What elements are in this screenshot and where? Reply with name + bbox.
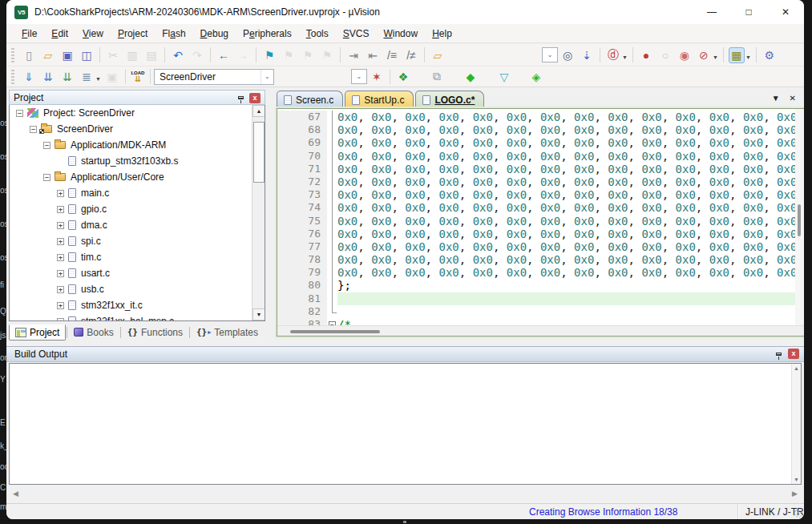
fold-margin[interactable] <box>327 150 337 163</box>
target-select-combobox[interactable]: ScreenDriver⌄ <box>154 69 274 85</box>
scroll-up-icon[interactable]: ▲ <box>794 365 799 371</box>
file-extensions-icon[interactable]: ▽ <box>496 69 512 85</box>
tree-expander[interactable]: + <box>57 238 64 245</box>
tree-expander[interactable]: − <box>43 174 50 181</box>
insert-bookmark-icon[interactable]: ⚑ <box>261 47 277 63</box>
editor-hscrollbar[interactable] <box>277 325 804 336</box>
tree-item[interactable]: −ScreenDriver <box>10 121 265 137</box>
tree-expander[interactable]: + <box>57 206 64 213</box>
build-output-pin-icon[interactable] <box>776 353 782 356</box>
build-output-close-icon[interactable]: x <box>788 349 799 359</box>
fold-margin[interactable] <box>327 188 337 201</box>
incremental-find-icon[interactable]: ⇣ <box>579 47 595 63</box>
tree-item[interactable]: +usb.c <box>10 281 265 297</box>
configure-tools-icon[interactable]: ⚙ <box>762 47 778 63</box>
scroll-left-icon[interactable]: ◀ <box>13 490 18 498</box>
tree-item[interactable]: startup_stm32f103xb.s <box>10 153 265 169</box>
navigate-forward-icon[interactable]: → <box>235 47 251 63</box>
tree-expander[interactable]: + <box>57 270 64 277</box>
tree-expander[interactable]: + <box>57 286 64 293</box>
tree-expander[interactable]: − <box>43 142 50 149</box>
build-output-content[interactable]: ▲ ▼ <box>9 363 802 485</box>
build-output-vscrollbar[interactable]: ▲ ▼ <box>791 364 801 484</box>
fold-margin[interactable] <box>327 123 337 136</box>
project-panel-close-icon[interactable]: x <box>249 93 261 103</box>
menu-item-peripherals[interactable]: Peripherals <box>236 26 299 42</box>
build-icon[interactable]: ⇊ <box>40 69 56 85</box>
tree-item[interactable]: −Project: ScreenDriver <box>10 105 265 121</box>
fold-margin[interactable]: − <box>327 318 337 325</box>
tree-item[interactable]: +usart.c <box>10 265 265 281</box>
redo-icon[interactable]: ↷ <box>189 47 205 63</box>
tree-expander[interactable]: + <box>57 254 64 261</box>
scroll-right-icon[interactable]: ▶ <box>792 490 798 498</box>
tree-item[interactable]: +stm32f1xx_hal_msp.c <box>10 313 265 321</box>
tree-item[interactable]: +stm32f1xx_it.c <box>10 297 265 313</box>
tree-item[interactable]: +dma.c <box>10 217 265 233</box>
dropdown-arrow-icon[interactable]: ▼ <box>713 54 718 60</box>
tree-item[interactable]: +gpio.c <box>10 201 265 217</box>
translate-icon[interactable]: ⇓ <box>21 69 37 85</box>
find-in-files-icon[interactable]: ▱ <box>430 47 446 63</box>
search-term-combobox[interactable]: ⌄ <box>542 47 558 62</box>
project-tree[interactable]: −Project: ScreenDriver−ScreenDriver−Appl… <box>9 105 265 321</box>
find-in-document-icon[interactable]: ◎ <box>560 47 576 63</box>
windows-stack-icon[interactable]: ⧉ <box>429 69 445 85</box>
scroll-up-icon[interactable]: ▲ <box>252 105 265 117</box>
menu-item-tools[interactable]: Tools <box>299 26 336 42</box>
comment-icon[interactable]: /≡ <box>384 47 400 63</box>
toolbar-grip[interactable] <box>11 70 14 84</box>
code-editor[interactable]: 670x0, 0x0, 0x0, 0x0, 0x0, 0x0, 0x0, 0x0… <box>277 108 804 337</box>
fold-margin[interactable] <box>327 292 337 305</box>
menu-item-file[interactable]: File <box>14 26 44 42</box>
editor-hscroll-thumb[interactable] <box>290 330 380 333</box>
menu-item-svcs[interactable]: SVCS <box>336 26 377 42</box>
toggle-breakpoints-icon[interactable]: ◉ <box>677 47 693 63</box>
next-bookmark-icon[interactable]: ⚑ <box>281 47 297 63</box>
tree-item[interactable]: −Application/User/Core <box>10 169 265 185</box>
rebuild-icon[interactable]: ⇊ <box>59 69 75 85</box>
scroll-down-icon[interactable]: ▼ <box>794 477 799 482</box>
tree-expander[interactable]: + <box>57 318 64 322</box>
new-file-icon[interactable]: ▯ <box>21 47 37 63</box>
document-list-icon[interactable]: ▼ <box>772 94 780 103</box>
fold-margin[interactable] <box>327 215 337 228</box>
download-icon[interactable]: LOAD⇊ <box>129 68 147 85</box>
chevron-down-icon[interactable]: ⌄ <box>261 70 273 84</box>
dropdown-arrow-icon[interactable]: ▼ <box>95 76 101 82</box>
dropdown-arrow-icon[interactable]: ▼ <box>745 54 751 60</box>
manage-project-items-icon[interactable]: ◆ <box>463 69 479 85</box>
panel-tab-project[interactable]: Project <box>9 324 66 341</box>
menu-item-debug[interactable]: Debug <box>193 26 236 42</box>
copy-icon[interactable]: ▥ <box>124 47 140 63</box>
save-icon[interactable]: ▣ <box>59 47 75 63</box>
fold-margin[interactable] <box>327 111 337 123</box>
stop-build-icon[interactable]: ▣ <box>104 69 120 85</box>
menu-item-project[interactable]: Project <box>111 26 155 42</box>
save-all-icon[interactable]: ◫ <box>79 47 95 63</box>
previous-bookmark-icon[interactable]: ⚑ <box>300 47 316 63</box>
fold-margin[interactable] <box>327 228 337 240</box>
tree-expander[interactable]: + <box>57 190 64 197</box>
fold-margin[interactable] <box>327 266 337 279</box>
multi-project-icon[interactable]: ◈ <box>528 69 544 85</box>
project-tree-scrollbar[interactable]: ▲ ▼ <box>252 105 265 320</box>
tree-item[interactable]: +main.c <box>10 185 265 201</box>
tree-item[interactable]: +spi.c <box>10 233 265 249</box>
fold-margin[interactable] <box>327 279 337 292</box>
fold-margin[interactable] <box>327 163 337 175</box>
tree-expander[interactable]: + <box>57 222 64 229</box>
scrollbar-thumb[interactable] <box>253 122 265 183</box>
panel-tab-books[interactable]: Books <box>68 325 119 340</box>
target-mini-dropdown[interactable]: ⌄ <box>351 69 367 84</box>
fold-margin[interactable] <box>327 201 337 214</box>
close-document-icon[interactable]: ✕ <box>790 94 796 103</box>
menu-item-help[interactable]: Help <box>425 26 459 42</box>
undo-icon[interactable]: ↶ <box>170 47 186 63</box>
indent-icon[interactable]: ⇥ <box>345 47 362 63</box>
resize-grip[interactable] <box>794 510 802 518</box>
minimize-button[interactable]: — <box>693 0 730 24</box>
tree-expander[interactable]: − <box>30 126 37 133</box>
debug-find-icon[interactable]: ⓓ <box>605 47 621 63</box>
fold-margin[interactable] <box>327 175 337 188</box>
